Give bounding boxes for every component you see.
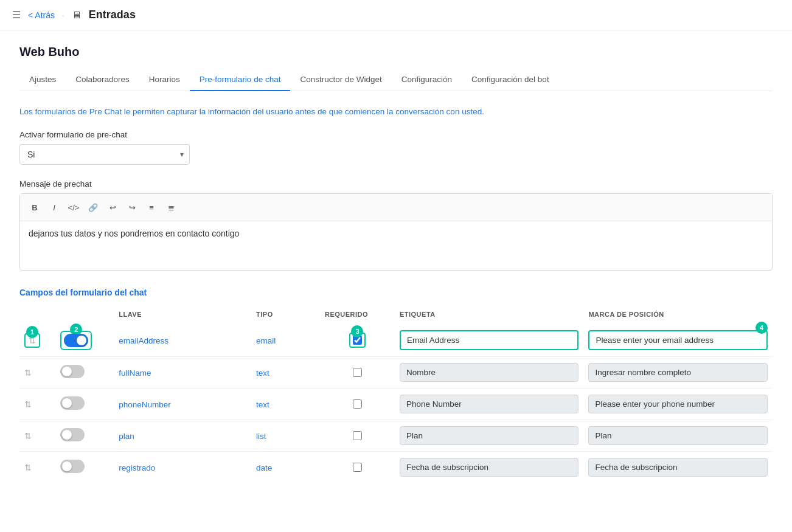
field-toggle[interactable] (64, 334, 88, 347)
field-type: date (256, 463, 272, 472)
field-placeholder-input[interactable] (588, 363, 768, 382)
tab-configuracion[interactable]: Configuración (392, 69, 462, 91)
editor-content[interactable]: dejanos tus datos y nos pondremos en con… (20, 221, 772, 270)
code-button[interactable]: </> (65, 199, 82, 216)
inbox-icon: 🖥 (72, 10, 82, 21)
field-required-checkbox[interactable] (353, 463, 362, 472)
editor-toolbar: B I </> 🔗 ↩ ↪ ≡ ≣ (20, 194, 772, 221)
table-row: ⇅ phoneNumbertext (19, 389, 773, 420)
fields-section-title: Campos del formulario del chat (19, 288, 773, 297)
drag-handle-icon[interactable]: ⇅ (24, 368, 32, 378)
tab-prechat[interactable]: Pre-formulario de chat (190, 69, 291, 91)
th-marca: MARCA DE POSICIÓN (583, 307, 773, 324)
separator: · (62, 10, 64, 20)
italic-button[interactable]: I (46, 199, 63, 216)
field-required-checkbox[interactable] (353, 368, 362, 377)
tab-horarios[interactable]: Horarios (139, 69, 190, 91)
bold-button[interactable]: B (26, 199, 43, 216)
menu-icon[interactable]: ☰ (12, 9, 21, 21)
field-key: fullName (119, 368, 151, 378)
undo-button[interactable]: ↩ (104, 199, 121, 216)
th-requerido: REQUERIDO (320, 307, 395, 324)
tab-colaboradores[interactable]: Colaboradores (66, 69, 139, 91)
activate-select[interactable]: Si No (19, 144, 190, 165)
field-required-checkbox[interactable] (353, 399, 362, 409)
field-label-input[interactable] (400, 363, 579, 382)
th-toggle (55, 307, 114, 324)
field-placeholder-input[interactable] (588, 426, 768, 445)
field-toggle[interactable] (60, 365, 85, 378)
tab-ajustes[interactable]: Ajustes (19, 69, 66, 91)
field-type: text (256, 400, 269, 409)
th-tipo: TIPO (251, 307, 320, 324)
drag-handle-icon[interactable]: ⇅ (24, 399, 32, 409)
fields-table: LLAVE TIPO REQUERIDO ETIQUETA MARCA DE P… (19, 307, 773, 483)
link-button[interactable]: 🔗 (85, 199, 102, 216)
inbox-name: Web Buho (19, 45, 773, 59)
th-etiqueta: ETIQUETA (395, 307, 584, 324)
field-placeholder-input[interactable] (588, 330, 768, 350)
field-key: emailAddress (119, 336, 168, 345)
drag-handle-icon[interactable]: ⇅ (24, 431, 32, 441)
field-key: registrado (119, 463, 155, 472)
th-llave: LLAVE (114, 307, 251, 324)
tab-widget[interactable]: Constructor de Widget (290, 69, 391, 91)
top-bar: ☰ < Atrás · 🖥 Entradas (0, 0, 792, 30)
field-type: email (256, 336, 276, 345)
back-button[interactable]: < Atrás (28, 10, 55, 20)
field-toggle[interactable] (60, 396, 85, 410)
field-label-input[interactable] (400, 330, 579, 350)
ordered-list-button[interactable]: ≣ (162, 199, 179, 216)
field-key: plan (119, 432, 134, 441)
field-required-checkbox[interactable] (353, 431, 362, 440)
prechat-message-label: Mensaje de prechat (19, 179, 773, 188)
table-row: ⇅ planlist (19, 420, 773, 452)
info-text: Los formularios de Pre Chat le permiten … (19, 106, 773, 118)
editor-container: B I </> 🔗 ↩ ↪ ≡ ≣ dejanos tus datos y no… (19, 193, 773, 271)
tabs-nav: Ajustes Colaboradores Horarios Pre-formu… (19, 69, 773, 91)
table-row: ⇅ registradodate (19, 452, 773, 483)
list-button[interactable]: ≡ (143, 199, 160, 216)
field-toggle[interactable] (60, 428, 85, 441)
field-type: text (256, 368, 269, 378)
page-title: Entradas (89, 9, 136, 21)
field-label-input[interactable] (400, 458, 579, 477)
field-placeholder-input[interactable] (588, 458, 768, 477)
drag-handle-icon[interactable]: ⇅ (24, 463, 32, 472)
tab-bot[interactable]: Configuración del bot (462, 69, 559, 91)
th-drag (19, 307, 55, 324)
field-label-input[interactable] (400, 426, 579, 445)
field-key: phoneNumber (119, 400, 171, 409)
redo-button[interactable]: ↪ (123, 199, 141, 216)
field-label-input[interactable] (400, 395, 579, 413)
main-container: Web Buho Ajustes Colaboradores Horarios … (0, 30, 792, 532)
table-row: ⇅ fullNametext (19, 357, 773, 389)
field-toggle[interactable] (60, 460, 85, 473)
activate-label: Activar formulario de pre-chat (19, 130, 773, 139)
table-row: 1 ⇅ 2 emailAddressemail 3 4 (19, 324, 773, 357)
field-type: list (256, 432, 266, 441)
activate-select-wrapper: Si No ▾ (19, 144, 190, 165)
field-placeholder-input[interactable] (588, 395, 768, 413)
